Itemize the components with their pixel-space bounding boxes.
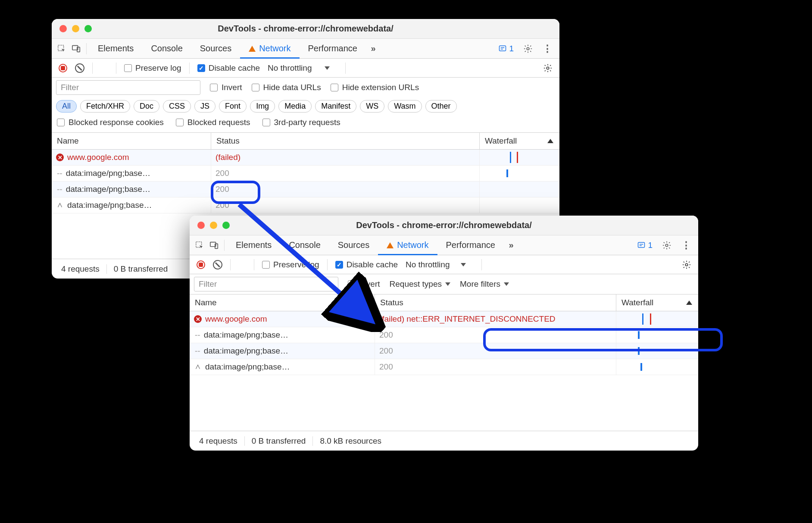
kebab-menu-icon[interactable]: ⋮ [678, 238, 693, 253]
more-filters-dropdown[interactable]: More filters [460, 279, 509, 289]
issues-button[interactable]: 1 [496, 44, 516, 53]
table-row[interactable]: www.google.com (failed) net::ERR_INTERNE… [190, 311, 698, 327]
filter-input[interactable]: Filter [56, 80, 200, 95]
tab-console[interactable]: Console [142, 39, 191, 59]
dash-icon: -- [194, 330, 200, 340]
window-title: DevTools - chrome-error://chromewebdata/ [52, 24, 559, 34]
caret-down-icon [461, 263, 466, 266]
pill-js[interactable]: JS [194, 100, 215, 113]
col-waterfall[interactable]: Waterfall [480, 133, 559, 149]
pill-wasm[interactable]: Wasm [388, 100, 422, 113]
filter-bar: Filter Invert Hide data URLs Hide extens… [52, 78, 559, 97]
device-icon[interactable] [69, 41, 84, 56]
throttling-select[interactable]: No throttling [265, 63, 332, 73]
clear-button[interactable] [213, 260, 222, 269]
more-tabs-icon[interactable]: » [504, 238, 518, 253]
network-settings-icon[interactable] [540, 63, 555, 73]
third-party-checkbox[interactable] [262, 119, 270, 126]
clear-button[interactable] [75, 63, 84, 73]
col-status[interactable]: Status [375, 294, 616, 311]
table-row[interactable]: --data:image/png;base… 200 [190, 327, 698, 343]
invert-checkbox[interactable] [210, 84, 218, 91]
record-button[interactable] [197, 260, 205, 269]
blocked-cookies-checkbox[interactable] [57, 119, 65, 126]
preserve-log-checkbox[interactable] [124, 64, 132, 72]
pill-fetch[interactable]: Fetch/XHR [80, 100, 130, 113]
request-rows: www.google.com (failed) net::ERR_INTERNE… [190, 311, 698, 375]
table-row[interactable]: --data:image/png;base… 200 [52, 166, 559, 182]
pill-font[interactable]: Font [219, 100, 247, 113]
caret-down-icon [445, 282, 450, 286]
more-tabs-icon[interactable]: » [366, 41, 381, 56]
zoom-icon[interactable] [84, 25, 92, 32]
inspect-icon[interactable] [54, 41, 69, 56]
pill-manifest[interactable]: Manifest [315, 100, 356, 113]
col-name[interactable]: Name [190, 294, 375, 311]
network-settings-icon[interactable] [679, 260, 694, 269]
table-row[interactable]: --data:image/png;base… 200 [52, 182, 559, 197]
hide-data-urls-checkbox[interactable] [252, 84, 259, 91]
request-rows: www.google.com (failed) --data:image/png… [52, 150, 559, 213]
svg-point-15 [685, 263, 688, 266]
record-button[interactable] [59, 64, 67, 72]
tab-network[interactable]: Network [240, 39, 299, 59]
network-toolbar: Preserve log Disable cache No throttling [190, 255, 698, 274]
tab-network[interactable]: Network [378, 235, 437, 255]
inspect-icon[interactable] [192, 238, 207, 253]
titlebar: DevTools - chrome-error://chromewebdata/ [52, 19, 559, 39]
close-icon[interactable] [197, 222, 205, 229]
pill-all[interactable]: All [56, 100, 77, 113]
main-tabs: Elements Console Sources Network Perform… [190, 235, 698, 255]
col-waterfall[interactable]: Waterfall [616, 294, 698, 311]
filter-input[interactable]: Filter [194, 277, 338, 291]
filter-bar: Filter Invert Request types More filters [190, 274, 698, 294]
svg-rect-10 [215, 244, 218, 248]
preserve-log-checkbox[interactable] [262, 261, 270, 269]
redirect-icon [56, 201, 64, 209]
svg-point-4 [527, 47, 529, 50]
titlebar: DevTools - chrome-error://chromewebdata/ [190, 216, 698, 235]
error-icon [56, 153, 64, 161]
settings-icon[interactable] [521, 41, 535, 56]
col-name[interactable]: Name [52, 133, 211, 149]
svg-point-12 [665, 244, 668, 247]
redirect-icon [194, 363, 202, 371]
blocked-requests-checkbox[interactable] [176, 119, 184, 126]
close-icon[interactable] [59, 25, 67, 32]
table-row[interactable]: www.google.com (failed) [52, 150, 559, 166]
minimize-icon[interactable] [210, 222, 217, 229]
more-filters-row: Blocked response cookies Blocked request… [52, 114, 559, 133]
pill-img[interactable]: Img [250, 100, 275, 113]
table-row[interactable]: data:image/png;base… 200 [190, 359, 698, 375]
invert-checkbox[interactable] [348, 280, 356, 288]
issues-button[interactable]: 1 [634, 241, 655, 250]
disable-cache-checkbox[interactable] [335, 261, 343, 269]
throttling-select[interactable]: No throttling [403, 260, 468, 269]
disable-cache-checkbox[interactable] [197, 64, 205, 72]
hide-data-urls-label: Hide data URLs [263, 83, 321, 92]
minimize-icon[interactable] [72, 25, 79, 32]
pill-media[interactable]: Media [278, 100, 312, 113]
zoom-icon[interactable] [222, 222, 230, 229]
tab-elements[interactable]: Elements [89, 39, 142, 59]
col-status[interactable]: Status [211, 133, 480, 149]
tab-performance[interactable]: Performance [300, 39, 366, 59]
request-types-dropdown[interactable]: Request types [390, 279, 450, 289]
tab-sources[interactable]: Sources [329, 235, 378, 255]
settings-icon[interactable] [659, 238, 674, 253]
table-row[interactable]: --data:image/png;base… 200 [190, 343, 698, 359]
hide-ext-urls-checkbox[interactable] [331, 84, 338, 91]
pill-ws[interactable]: WS [360, 100, 384, 113]
pill-other[interactable]: Other [425, 100, 457, 113]
resource-size: 8.0 kB resources [313, 436, 388, 446]
tab-elements[interactable]: Elements [227, 235, 280, 255]
pill-css[interactable]: CSS [163, 100, 191, 113]
pill-doc[interactable]: Doc [134, 100, 159, 113]
kebab-menu-icon[interactable]: ⋮ [540, 41, 554, 56]
tab-sources[interactable]: Sources [191, 39, 240, 59]
device-icon[interactable] [207, 238, 222, 253]
table-row[interactable]: data:image/png;base… 200 [52, 197, 559, 213]
tab-performance[interactable]: Performance [437, 235, 504, 255]
tab-console[interactable]: Console [280, 235, 329, 255]
svg-rect-3 [500, 46, 506, 51]
